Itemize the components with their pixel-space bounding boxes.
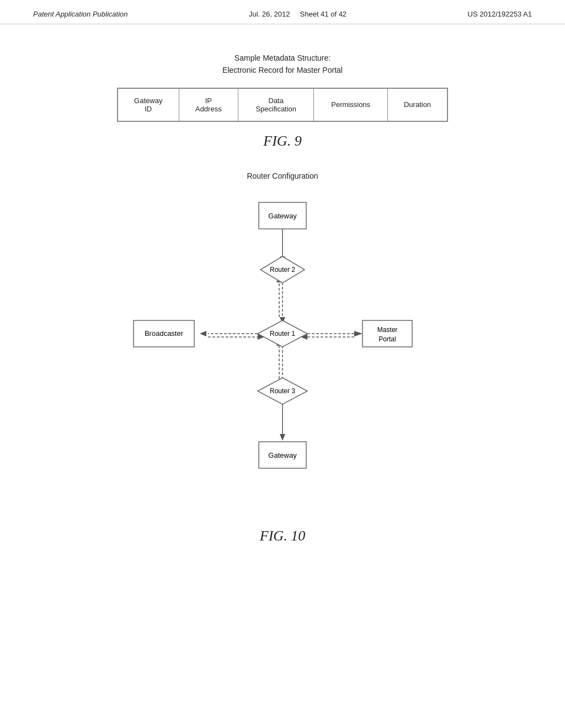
header-patent-number: US 2012/192253 A1 [468, 10, 532, 18]
svg-marker-7 [200, 331, 206, 336]
table-cell-permissions: Permissions [314, 88, 388, 121]
fig9-title-line2: Electronic Record for Master Portal [44, 64, 521, 76]
gateway-top-label: Gateway [268, 212, 297, 220]
svg-marker-11 [354, 331, 363, 336]
header-publication-type: Patent Application Publication [33, 10, 128, 18]
table-cell-duration: Duration [388, 88, 447, 121]
fig9-section: Sample Metadata Structure: Electronic Re… [44, 52, 521, 149]
svg-marker-19 [280, 434, 285, 441]
table-cell-ip: IPAddress [179, 88, 238, 121]
master-portal-label-line2: Portal [379, 335, 396, 343]
main-content: Sample Metadata Structure: Electronic Re… [0, 24, 565, 577]
header-date: Jul. 26, 2012 [249, 10, 290, 18]
fig10-title: Router Configuration [44, 172, 521, 180]
table-cell-gateway: GatewayID [118, 88, 179, 121]
table-cell-data-spec: DataSpecification [238, 88, 314, 121]
fig9-title: Sample Metadata Structure: Electronic Re… [44, 52, 521, 77]
broadcaster-label: Broadcaster [145, 329, 184, 338]
flowchart-svg: Gateway Router 2 Router 1 Broadcaster Ma… [117, 197, 448, 517]
router1-label: Router 1 [270, 330, 295, 338]
metadata-table: GatewayID IPAddress DataSpecification Pe… [117, 88, 448, 122]
table-row: GatewayID IPAddress DataSpecification Pe… [118, 88, 447, 121]
fig10-section: Router Configuration [44, 172, 521, 544]
master-portal-label-line1: Master [377, 326, 398, 334]
fig9-label: FIG. 9 [44, 133, 521, 149]
header-sheet: Sheet 41 of 42 [300, 10, 347, 18]
fig10-label: FIG. 10 [44, 528, 521, 544]
router2-label: Router 2 [270, 266, 295, 274]
fig9-title-line1: Sample Metadata Structure: [44, 52, 521, 64]
page-header: Patent Application Publication Jul. 26, … [0, 0, 565, 24]
gateway-bottom-label: Gateway [268, 451, 297, 459]
header-date-sheet: Jul. 26, 2012 Sheet 41 of 42 [249, 10, 347, 18]
router3-label: Router 3 [270, 387, 295, 395]
